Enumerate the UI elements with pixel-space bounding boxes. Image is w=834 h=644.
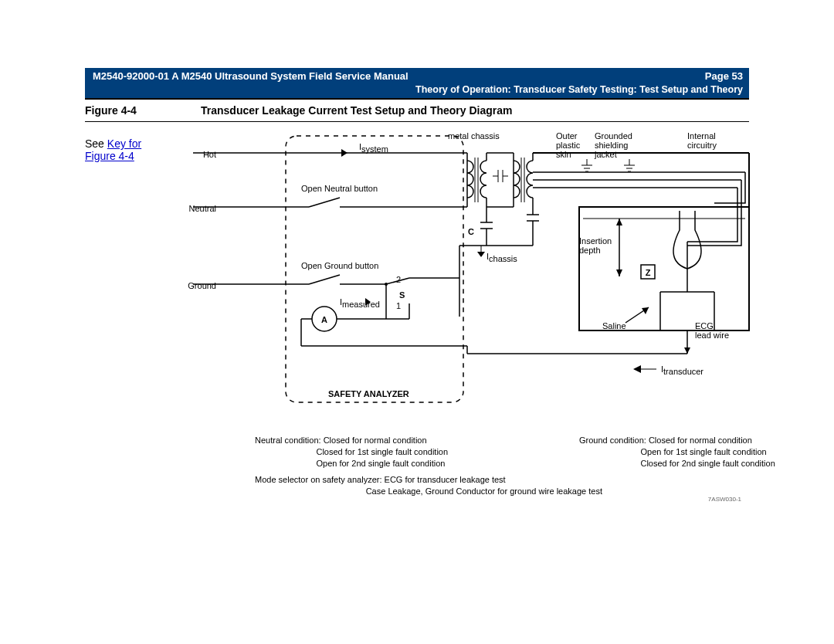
page-header: M2540-92000-01 A M2540 Ultrasound System…	[85, 68, 749, 98]
svg-text:skin: skin	[556, 150, 571, 159]
ammeter-label: A	[321, 315, 327, 324]
z-label: Z	[646, 268, 651, 277]
saline-tank	[579, 207, 749, 330]
diagram-area: See Key for Figure 4-4 SAFETY ANALYZER H…	[85, 130, 749, 500]
hot-label: Hot	[203, 150, 216, 159]
figure-label: Figure 4-4	[85, 104, 201, 117]
svg-line-3	[309, 198, 340, 207]
svg-text:Itransducer: Itransducer	[661, 364, 703, 376]
svg-text:plastic: plastic	[556, 141, 581, 150]
svg-text:1: 1	[396, 301, 401, 310]
key-link-text: Key for	[107, 137, 141, 150]
c-label: C	[468, 227, 474, 236]
arrow-isystem	[341, 149, 348, 157]
svg-marker-84	[684, 347, 690, 354]
section-title: Theory of Operation: Transducer Safety T…	[93, 83, 743, 96]
s-label: S	[399, 290, 405, 300]
arrow-ichassis	[477, 252, 485, 257]
ground-label: Ground	[188, 281, 216, 290]
svg-text:circuitry: circuitry	[687, 141, 717, 150]
svg-text:Imeasured: Imeasured	[340, 297, 380, 309]
svg-text:Isystem: Isystem	[359, 142, 388, 154]
figure-title-row: Figure 4-4 Transducer Leakage Current Te…	[85, 100, 749, 122]
svg-text:Grounded: Grounded	[595, 131, 632, 141]
safety-analyzer-label: SAFETY ANALYZER	[328, 389, 409, 398]
key-fig-ref: Figure 4-4	[85, 150, 134, 162]
open-neutral-label: Open Neutral button	[301, 184, 378, 193]
key-link[interactable]: See Key for Figure 4-4	[85, 137, 141, 162]
open-ground-label: Open Ground button	[301, 261, 378, 270]
circuit-diagram: SAFETY ANALYZER Hot Isystem Neutral Open…	[147, 130, 764, 500]
svg-text:Outer: Outer	[556, 131, 578, 141]
neutral-label: Neutral	[189, 204, 216, 213]
figure-title: Transducer Leakage Current Test Setup an…	[201, 104, 513, 117]
svg-text:metal chassis: metal chassis	[448, 131, 500, 141]
svg-text:Ichassis: Ichassis	[486, 252, 517, 263]
svg-text:Internal: Internal	[687, 131, 716, 141]
page-number: Page 53	[705, 70, 743, 83]
svg-text:lead wire: lead wire	[695, 330, 729, 340]
svg-text:shielding: shielding	[595, 141, 628, 150]
svg-text:jacket: jacket	[594, 150, 617, 159]
saline-label: Saline	[602, 321, 626, 330]
ecg-label: ECG	[695, 321, 714, 330]
svg-line-6	[309, 275, 340, 284]
svg-marker-76	[616, 219, 622, 225]
svg-text:2: 2	[396, 275, 401, 284]
svg-marker-77	[616, 269, 622, 276]
drawing-number: 7ASW030-1	[708, 496, 741, 503]
svg-text:depth: depth	[579, 246, 601, 255]
svg-text:Insertion: Insertion	[579, 236, 612, 246]
manual-title: M2540-92000-01 A M2540 Ultrasound System…	[93, 70, 409, 83]
arrow-itransducer	[633, 365, 641, 373]
manual-page: M2540-92000-01 A M2540 Ultrasound System…	[0, 0, 834, 644]
